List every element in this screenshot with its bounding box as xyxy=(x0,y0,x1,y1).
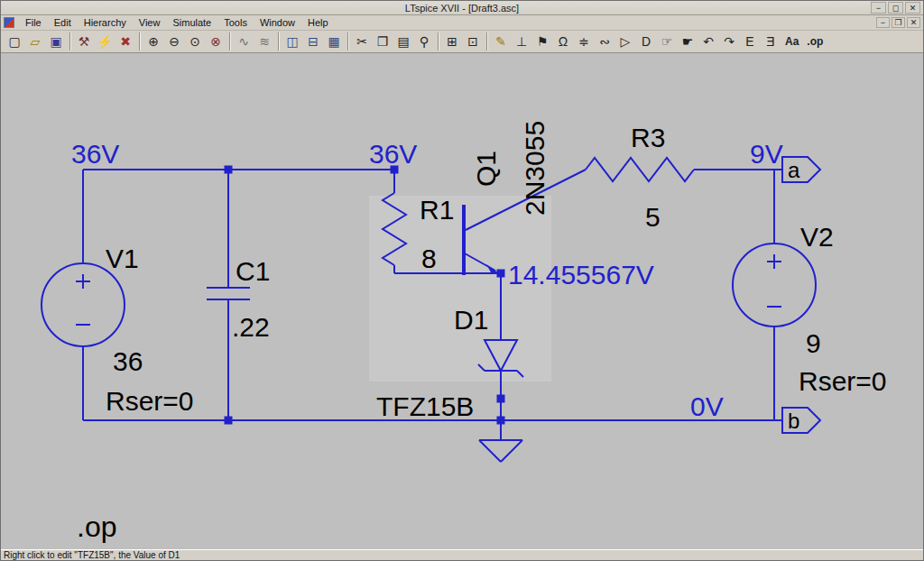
r3-ref-label[interactable]: R3 xyxy=(631,123,665,152)
menu-items: FileEditHierarchyViewSimulateToolsWindow… xyxy=(19,16,335,29)
d1-value-label[interactable]: TFZ15B xyxy=(376,391,474,421)
toolbar-spice-directive[interactable]: .op xyxy=(803,32,827,51)
toolbar-redo[interactable]: ↷ xyxy=(719,32,739,51)
toolbar-move-tool[interactable]: ☞ xyxy=(657,32,677,51)
toolbar-zoom-out[interactable]: ⊗ xyxy=(206,32,226,51)
menubar: FileEditHierarchyViewSimulateToolsWindow… xyxy=(1,15,923,31)
toolbar-separator xyxy=(69,32,71,51)
mdi-window-controls: − ❐ ✕ xyxy=(876,17,920,28)
ground-symbol-icon[interactable] xyxy=(479,440,522,462)
r1-ref-label[interactable]: R1 xyxy=(420,195,454,225)
toolbar-zoom-area[interactable]: ⊕ xyxy=(143,32,163,51)
c1-value-label[interactable]: .22 xyxy=(232,312,270,342)
node-label-0v[interactable]: 0V xyxy=(690,391,724,421)
menu-item-hierarchy[interactable]: Hierarchy xyxy=(78,16,133,29)
toolbar-copy[interactable]: ❐ xyxy=(373,32,393,51)
v2-ref-label[interactable]: V2 xyxy=(800,222,834,252)
menu-item-tools[interactable]: Tools xyxy=(217,16,254,29)
toolbar-capacitor-tool[interactable]: ≑ xyxy=(574,32,594,51)
toolbar-component-tool[interactable]: D xyxy=(636,32,656,51)
titlebar: LTspice XVII - [Draft3.asc] − ◻ ✕ xyxy=(1,1,923,15)
maximize-button[interactable]: ◻ xyxy=(888,2,903,14)
v1-ref-label[interactable]: V1 xyxy=(106,244,139,273)
toolbar-save[interactable]: ▣ xyxy=(46,32,66,51)
c1-ref-label[interactable]: C1 xyxy=(236,256,270,286)
menu-item-edit[interactable]: Edit xyxy=(48,16,78,29)
toolbar-ground-tool[interactable]: ⊥ xyxy=(512,32,531,51)
port-a-label[interactable]: a xyxy=(788,158,800,182)
schematic-canvas[interactable]: 36V 36V 9V 14.455567V 0V V1 36 Rser=0 C1… xyxy=(1,53,924,551)
toolbar-find[interactable]: ⚲ xyxy=(414,32,434,51)
toolbar: ▢▱▣⚒⚡✖⊕⊖⊙⊗∿≋◫⊟▦✂❐▤⚲⊞⊡✎⊥⚑Ω≑∾▷D☞☛↶↷EƎAa.op xyxy=(1,31,923,53)
toolbar-separator xyxy=(139,32,141,51)
toolbar-mirror[interactable]: Ǝ xyxy=(761,32,781,51)
toolbar-undo[interactable]: ↶ xyxy=(698,32,718,51)
node-label-36v-mid[interactable]: 36V xyxy=(369,139,417,169)
port-b-label[interactable]: b xyxy=(788,409,799,433)
v2-rser-label[interactable]: Rser=0 xyxy=(799,366,887,396)
toolbar-cascade-windows[interactable]: ▦ xyxy=(324,32,344,51)
toolbar-paste[interactable]: ▤ xyxy=(393,32,413,51)
q1-ref-label[interactable]: Q1 xyxy=(471,151,501,187)
toolbar-items: ▢▱▣⚒⚡✖⊕⊖⊙⊗∿≋◫⊟▦✂❐▤⚲⊞⊡✎⊥⚑Ω≑∾▷D☞☛↶↷EƎAa.op xyxy=(5,32,827,51)
menu-item-help[interactable]: Help xyxy=(301,16,335,29)
toolbar-tile-horizontal[interactable]: ⊟ xyxy=(303,32,323,51)
mdi-restore-button[interactable]: ❐ xyxy=(892,17,905,28)
node-label-9v[interactable]: 9V xyxy=(750,139,783,169)
r3-value-label[interactable]: 5 xyxy=(645,202,661,232)
toolbar-rotate[interactable]: E xyxy=(740,32,760,51)
component-v2[interactable] xyxy=(733,244,816,326)
minimize-button[interactable]: − xyxy=(871,2,886,14)
v2-value-label[interactable]: 9 xyxy=(806,328,821,358)
window-controls: − ◻ ✕ xyxy=(871,2,920,14)
menu-item-file[interactable]: File xyxy=(19,16,48,29)
menu-item-simulate[interactable]: Simulate xyxy=(166,16,217,29)
toolbar-wire-tool[interactable]: ✎ xyxy=(491,32,511,51)
node-label-36v-left[interactable]: 36V xyxy=(71,139,119,169)
mdi-close-button[interactable]: ✕ xyxy=(907,17,920,28)
toolbar-halt-simulation[interactable]: ✖ xyxy=(116,32,135,51)
status-text: Right click to edit "TFZ15B", the Value … xyxy=(4,550,180,560)
toolbar-open-file[interactable]: ▱ xyxy=(25,32,45,51)
ltspice-window: LTspice XVII - [Draft3.asc] − ◻ ✕ FileEd… xyxy=(0,0,924,561)
toolbar-waveform-pane[interactable]: ∿ xyxy=(234,32,254,51)
window-title: LTspice XVII - [Draft3.asc] xyxy=(405,3,519,14)
menu-item-window[interactable]: Window xyxy=(254,16,301,29)
toolbar-waveform-settings[interactable]: ≋ xyxy=(254,32,274,51)
toolbar-cut[interactable]: ✂ xyxy=(352,32,372,51)
toolbar-separator xyxy=(486,32,488,51)
menu-item-view[interactable]: View xyxy=(133,16,167,29)
d1-ref-label[interactable]: D1 xyxy=(454,305,488,335)
toolbar-separator xyxy=(278,32,280,51)
component-v1[interactable] xyxy=(42,263,125,346)
app-icon xyxy=(4,17,14,28)
toolbar-label-net-tool[interactable]: ⚑ xyxy=(532,32,552,51)
component-c1[interactable] xyxy=(207,288,250,299)
toolbar-inductor-tool[interactable]: ∾ xyxy=(595,32,614,51)
close-button[interactable]: ✕ xyxy=(905,2,920,14)
toolbar-print[interactable]: ⊞ xyxy=(442,32,462,51)
mdi-minimize-button[interactable]: − xyxy=(876,17,890,28)
toolbar-print-preview[interactable]: ⊡ xyxy=(463,32,483,51)
toolbar-diode-tool[interactable]: ▷ xyxy=(615,32,635,51)
toolbar-tile-vertical[interactable]: ◫ xyxy=(282,32,302,51)
q1-model-label[interactable]: 2N3055 xyxy=(520,121,550,216)
node-label-emitter[interactable]: 14.455567V xyxy=(508,260,654,290)
toolbar-separator xyxy=(229,32,231,51)
toolbar-text-tool[interactable]: Aa xyxy=(781,32,802,51)
v1-value-label[interactable]: 36 xyxy=(113,346,143,376)
toolbar-drag-tool[interactable]: ☛ xyxy=(678,32,698,51)
toolbar-control-panel[interactable]: ⚒ xyxy=(74,32,94,51)
toolbar-separator xyxy=(438,32,439,51)
toolbar-separator xyxy=(347,32,349,51)
toolbar-resistor-tool[interactable]: Ω xyxy=(553,32,573,51)
r1-value-label[interactable]: 8 xyxy=(421,244,437,273)
spice-directive-text[interactable]: .op xyxy=(77,510,116,543)
toolbar-zoom-back[interactable]: ⊖ xyxy=(164,32,184,51)
toolbar-run-simulation[interactable]: ⚡ xyxy=(95,32,115,51)
toolbar-new-schematic[interactable]: ▢ xyxy=(5,32,24,51)
component-r3[interactable] xyxy=(586,158,694,181)
schematic-svg[interactable]: 36V 36V 9V 14.455567V 0V V1 36 Rser=0 C1… xyxy=(1,53,924,551)
v1-rser-label[interactable]: Rser=0 xyxy=(106,386,194,416)
toolbar-zoom-full-extents[interactable]: ⊙ xyxy=(185,32,205,51)
